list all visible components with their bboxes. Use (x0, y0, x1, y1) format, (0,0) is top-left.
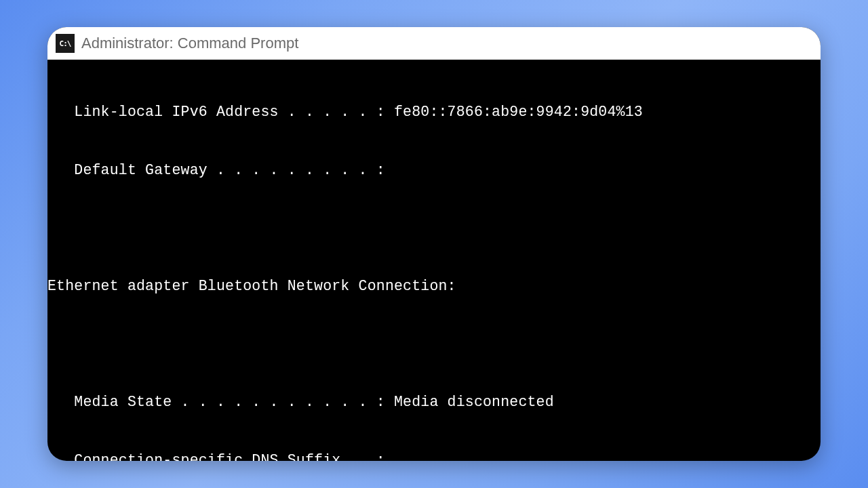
output-default-gateway: Default Gateway . . . . . . . . . : (47, 161, 821, 180)
output-ipv6-address: Link-local IPv6 Address . . . . . : fe80… (47, 102, 821, 122)
window-title: Administrator: Command Prompt (81, 35, 298, 52)
titlebar[interactable]: C:\ Administrator: Command Prompt (47, 27, 821, 60)
command-prompt-window: C:\ Administrator: Command Prompt Link-l… (47, 27, 821, 461)
terminal-output[interactable]: Link-local IPv6 Address . . . . . : fe80… (47, 60, 821, 461)
cmd-icon: C:\ (56, 34, 75, 53)
output-adapter-header: Ethernet adapter Bluetooth Network Conne… (47, 277, 821, 296)
blank-line (47, 219, 821, 238)
blank-line (47, 335, 821, 354)
output-dns-suffix: Connection-specific DNS Suffix . : (47, 451, 821, 461)
output-media-state: Media State . . . . . . . . . . . : Medi… (47, 392, 821, 412)
